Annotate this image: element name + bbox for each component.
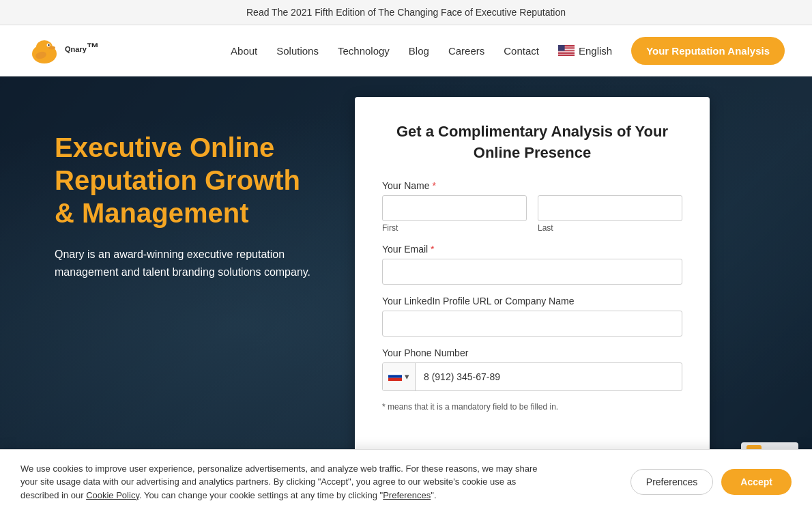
last-name-input[interactable] (538, 195, 682, 221)
last-label: Last (538, 223, 682, 233)
mandatory-note: * means that it is a mandatory field to … (382, 402, 682, 412)
top-banner: Read The 2021 Fifth Edition of The Chang… (0, 0, 812, 25)
svg-rect-22 (388, 378, 402, 381)
nav-solutions[interactable]: Solutions (276, 45, 319, 57)
preferences-link[interactable]: Preferences (383, 490, 431, 500)
svg-rect-14 (558, 52, 575, 53)
logo[interactable]: Qnary™ (27, 33, 99, 68)
nav-technology[interactable]: Technology (338, 45, 390, 57)
email-group: Your Email * (382, 244, 682, 285)
linkedin-label: Your LinkedIn Profile URL or Company Nam… (382, 296, 682, 306)
first-label: First (382, 223, 527, 233)
form-title: Get a Complimentary Analysis of Your Onl… (382, 122, 682, 164)
svg-point-3 (48, 44, 49, 46)
preferences-button[interactable]: Preferences (630, 469, 713, 495)
accept-button[interactable]: Accept (721, 469, 792, 495)
svg-rect-21 (388, 375, 402, 377)
email-input[interactable] (382, 259, 682, 285)
phone-input[interactable] (416, 365, 682, 389)
name-group: Your Name * First Last (382, 180, 682, 233)
cookie-buttons: Preferences Accept (630, 469, 792, 495)
hero-section: Executive Online Reputation Growth & Man… (0, 76, 812, 493)
nav-blog[interactable]: Blog (409, 45, 429, 57)
svg-rect-17 (558, 55, 575, 55)
flag-icon (558, 45, 575, 56)
hero-title: Executive Online Reputation Growth & Man… (55, 131, 314, 229)
hero-content: Executive Online Reputation Growth & Man… (0, 76, 355, 308)
phone-flag-selector[interactable]: ▾ (383, 363, 416, 390)
banner-text: Read The 2021 Fifth Edition of The Chang… (246, 7, 566, 18)
form-panel: Get a Complimentary Analysis of Your Onl… (355, 97, 710, 472)
last-name-col: Last (538, 195, 682, 233)
svg-point-4 (48, 46, 55, 50)
first-name-input[interactable] (382, 195, 527, 221)
phone-label: Your Phone Number (382, 347, 682, 358)
svg-rect-15 (558, 53, 575, 53)
cookie-policy-link[interactable]: Cookie Policy (86, 490, 139, 500)
logo-name: Qnary™ (65, 44, 99, 61)
linkedin-group: Your LinkedIn Profile URL or Company Nam… (382, 296, 682, 337)
nav-careers[interactable]: Careers (448, 45, 484, 57)
svg-rect-18 (558, 55, 575, 56)
hero-subtitle: Qnary is an award-winning executive repu… (55, 246, 314, 281)
name-row: First Last (382, 195, 682, 233)
email-label: Your Email * (382, 244, 682, 255)
phone-group: Your Phone Number ▾ (382, 347, 682, 391)
svg-rect-16 (558, 53, 575, 54)
header: Qnary™ About Solutions Technology Blog C… (0, 25, 812, 76)
first-name-col: First (382, 195, 527, 233)
linkedin-input[interactable] (382, 311, 682, 337)
language-selector[interactable]: English (558, 45, 612, 57)
main-nav: About Solutions Technology Blog Careers … (231, 37, 785, 65)
nav-contact[interactable]: Contact (504, 45, 539, 57)
svg-rect-20 (388, 372, 402, 375)
logo-icon (27, 33, 61, 68)
svg-rect-13 (558, 51, 575, 52)
language-label: English (579, 45, 612, 57)
phone-row: ▾ (382, 362, 682, 391)
reputation-analysis-button[interactable]: Your Reputation Analysis (631, 37, 785, 65)
svg-rect-19 (558, 45, 565, 51)
phone-flag-icon (388, 372, 402, 381)
name-label: Your Name * (382, 180, 682, 191)
cookie-banner: We use cookies to improve user experienc… (0, 449, 812, 515)
cookie-text: We use cookies to improve user experienc… (20, 462, 539, 502)
nav-about[interactable]: About (231, 45, 257, 57)
